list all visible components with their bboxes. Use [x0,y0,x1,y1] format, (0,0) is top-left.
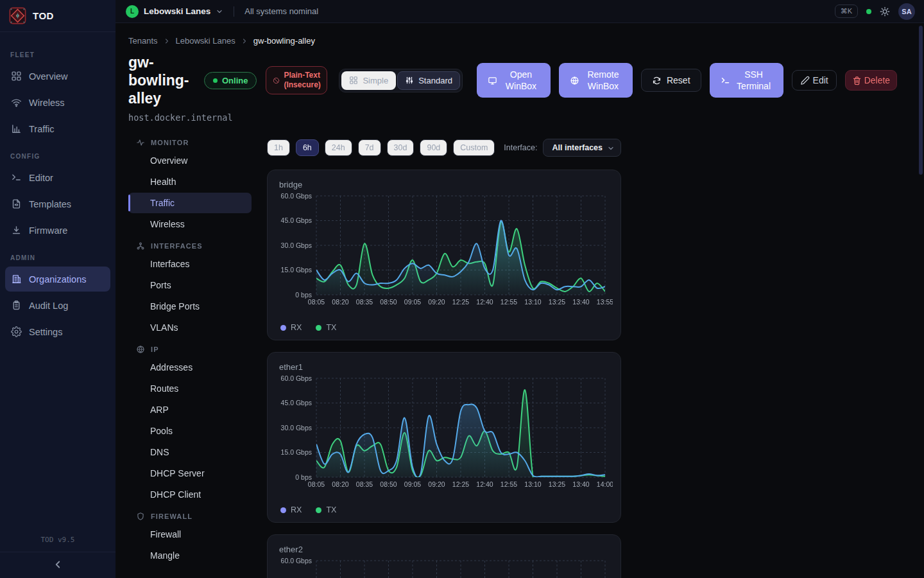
subnav-item-routes[interactable]: Routes [128,378,252,399]
subnav-item-dhcp-client[interactable]: DHCP Client [128,484,252,505]
chevron-right-icon [241,37,248,45]
svg-text:45.0 Gbps: 45.0 Gbps [281,216,312,224]
app-logo-row: TOD [0,0,116,32]
subnav-item-vlans[interactable]: VLANs [128,317,252,338]
chart-legend: RXTX [277,319,612,333]
theme-toggle-sun-icon[interactable] [880,6,890,17]
svg-text:0 bps: 0 bps [295,473,312,481]
range-6h[interactable]: 6h [296,139,319,156]
subnav-item-ports[interactable]: Ports [128,275,252,295]
subnav-item-addresses[interactable]: Addresses [128,357,252,378]
delete-button[interactable]: Delete [845,70,897,91]
range-30d[interactable]: 30d [387,139,415,156]
time-range-selector: 1h6h24h7d30d90dCustom [267,139,495,156]
subnav-item-arp[interactable]: ARP [128,399,252,420]
chevron-down-icon [216,8,223,15]
range-90d[interactable]: 90d [420,139,447,156]
sidebar-item-label: Audit Log [29,301,68,311]
chart-plot: 0 bps15.0 Gbps30.0 Gbps45.0 Gbps60.0 Gbp… [277,374,612,502]
online-dot-icon [213,78,218,83]
legend-tx: TX [316,323,336,332]
sidebar-collapse-button[interactable] [52,559,64,570]
tenant-switcher[interactable]: L Lebowski Lanes [126,5,223,18]
subnav-item-interfaces[interactable]: Interfaces [128,254,252,274]
svg-text:13:40: 13:40 [572,298,589,306]
svg-text:08:50: 08:50 [380,480,397,488]
svg-text:13:40: 13:40 [572,480,589,488]
subnav-item-pools[interactable]: Pools [128,421,252,441]
subnav-item-mangle[interactable]: Mangle [128,545,252,566]
monitor-icon [488,76,497,85]
terminal-icon [11,172,22,183]
subnav-section-monitor: MONITOR [128,132,252,150]
online-label: Online [222,76,248,85]
svg-text:45.0 Gbps: 45.0 Gbps [281,399,312,407]
svg-text:08:20: 08:20 [332,480,348,488]
insecure-connection-badge: Plain-Text (Insecure) [266,66,327,94]
sidebar-item-label: Traffic [29,124,54,134]
breadcrumb-tenants[interactable]: Tenants [128,36,158,46]
svg-text:15.0 Gbps: 15.0 Gbps [281,448,312,456]
range-custom[interactable]: Custom [453,139,495,156]
subnav-item-dhcp-server[interactable]: DHCP Server [128,463,252,484]
sidebar-item-firmware[interactable]: Firmware [5,218,110,243]
sidebar-item-audit-log[interactable]: Audit Log [5,293,110,318]
subnav-item-overview[interactable]: Overview [128,150,252,171]
open-winbox-button[interactable]: Open WinBox [477,63,551,98]
traffic-chart-svg: 0 bps15.0 Gbps30.0 Gbps45.0 Gbps60.0 Gbp… [277,557,613,578]
range-7d[interactable]: 7d [358,139,381,156]
globe-icon [136,345,145,354]
command-palette-shortcut[interactable]: ⌘K [835,4,858,18]
range-24h[interactable]: 24h [325,139,352,156]
sidebar-item-editor[interactable]: Editor [5,165,110,190]
shield-icon [136,512,145,521]
svg-text:12:25: 12:25 [452,298,469,306]
breadcrumb-tenant-name[interactable]: Lebowski Lanes [176,36,235,46]
reset-button[interactable]: Reset [641,69,701,92]
page-scrollbar-thumb[interactable] [919,26,923,175]
view-mode-simple[interactable]: Simple [341,71,396,90]
subnav-item-health[interactable]: Health [128,171,252,192]
subnav-section-label: FIREWALL [151,512,193,520]
chevron-right-icon [163,37,171,45]
device-name: gw-bowling-alley [128,53,195,107]
legend-dot-icon [280,325,286,331]
subnav-item-bridge-ports[interactable]: Bridge Ports [128,296,252,317]
grid-icon [11,71,22,82]
svg-text:13:25: 13:25 [549,480,565,488]
action-button-label: Remote WinBox [585,69,622,92]
svg-text:12:40: 12:40 [476,480,493,488]
interface-select[interactable]: All interfaces [543,139,621,157]
subnav-item-wireless[interactable]: Wireless [128,214,252,234]
svg-text:08:35: 08:35 [356,480,373,488]
subnav-section-firewall: FIREWALL [128,505,252,523]
traffic-chart-svg: 0 bps15.0 Gbps30.0 Gbps45.0 Gbps60.0 Gbp… [277,374,613,502]
sidebar-item-organizations[interactable]: Organizations [5,267,110,292]
globe-icon [570,76,579,85]
insecure-label: Plain-Text (Insecure) [284,71,320,90]
edit-button[interactable]: Edit [792,70,837,91]
user-avatar[interactable]: SA [898,3,915,20]
view-mode-standard[interactable]: Standard [397,71,460,90]
subnav-item-dns[interactable]: DNS [128,442,252,462]
ssh-terminal-button[interactable]: SSH Terminal [710,63,783,98]
sidebar-item-templates[interactable]: Templates [5,191,110,216]
building-icon [11,274,22,285]
svg-text:15.0 Gbps: 15.0 Gbps [281,266,312,274]
svg-text:60.0 Gbps: 60.0 Gbps [281,557,312,565]
chart-card-ether2: ether20 bps15.0 Gbps30.0 Gbps45.0 Gbps60… [267,534,621,578]
subnav-item-traffic[interactable]: Traffic [128,193,252,213]
sidebar-item-wireless[interactable]: Wireless [5,90,110,115]
sidebar-item-overview[interactable]: Overview [5,64,110,89]
remote-winbox-button[interactable]: Remote WinBox [559,63,633,98]
online-status-badge: Online [204,72,257,89]
sidebar-item-settings[interactable]: Settings [5,319,110,344]
device-header: gw-bowling-alley Online Plain-Text (Inse… [128,53,924,107]
legend-dot-icon [280,507,286,513]
sidebar-item-traffic[interactable]: Traffic [5,116,110,141]
sidebar-item-label: Editor [29,173,53,183]
svg-text:0 bps: 0 bps [295,291,312,299]
svg-text:12:55: 12:55 [501,298,517,306]
subnav-item-firewall[interactable]: Firewall [128,524,252,545]
range-1h[interactable]: 1h [267,139,290,156]
